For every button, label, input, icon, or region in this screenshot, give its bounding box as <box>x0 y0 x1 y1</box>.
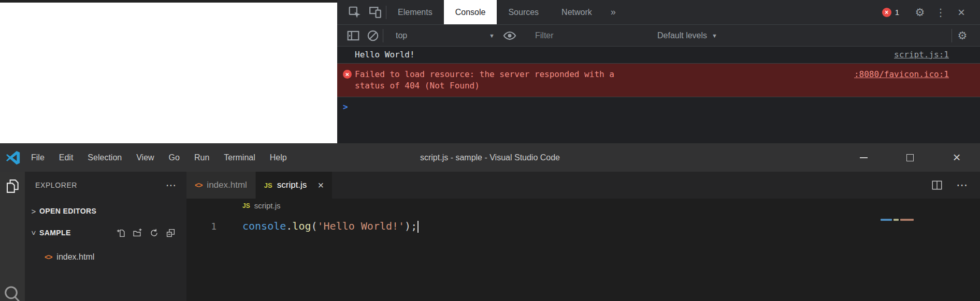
tab-network[interactable]: Network <box>550 0 603 24</box>
html-file-icon: <> <box>45 253 52 261</box>
file-item-index-html[interactable]: <> index.html <box>25 248 186 266</box>
editor-tab-index-html[interactable]: <> index.html <box>186 172 256 199</box>
console-log-row: Hello World! script.js:1 <box>337 47 980 64</box>
devtools-panel: Elements Console Sources Network » × 1 ⚙… <box>337 0 980 143</box>
editor-area: <> index.html JS script.js × ⋯ <box>186 172 980 301</box>
browser-viewport <box>0 0 337 143</box>
vscode-titlebar: File Edit Selection View Go Run Terminal… <box>0 143 980 172</box>
console-filter-input[interactable] <box>528 31 626 40</box>
minimap[interactable] <box>881 219 914 221</box>
window-close-button[interactable]: × <box>933 143 980 172</box>
console-messages: Hello World! script.js:1 × Failed to loa… <box>337 47 980 143</box>
menu-view[interactable]: View <box>129 143 161 172</box>
breadcrumb-file: script.js <box>254 201 281 210</box>
activity-bar <box>0 172 25 301</box>
html-file-icon: <> <box>195 181 202 189</box>
section-open-editors[interactable]: > OPEN EDITORS <box>25 202 186 220</box>
menu-run[interactable]: Run <box>187 143 217 172</box>
tab-close-icon[interactable]: × <box>318 179 324 191</box>
maximize-button[interactable] <box>887 143 933 172</box>
console-toolbar: top ▼ Default levels ▼ ⚙ <box>337 25 980 47</box>
console-log-text: Hello World! <box>355 49 415 61</box>
code-token: ; <box>411 220 417 232</box>
collapse-folders-icon[interactable] <box>166 229 175 237</box>
js-file-icon: JS <box>264 182 272 189</box>
file-item-label: index.html <box>56 252 94 262</box>
code-content[interactable]: console.log('Hello World!'); <box>223 220 419 233</box>
vscode-menubar: File Edit Selection View Go Run Terminal… <box>24 143 294 172</box>
menu-terminal[interactable]: Terminal <box>217 143 262 172</box>
code-token: 'Hello World!' <box>318 220 405 232</box>
menu-file[interactable]: File <box>24 143 52 172</box>
editor-more-actions-icon[interactable]: ⋯ <box>956 178 968 192</box>
tab-label: script.js <box>277 180 307 190</box>
console-error-source-link[interactable]: :8080/favicon.ico:1 <box>854 69 949 80</box>
tab-label: index.html <box>207 180 247 190</box>
console-settings-gear-icon[interactable]: ⚙ <box>952 29 973 42</box>
split-editor-icon[interactable] <box>931 179 943 191</box>
vscode-window: File Edit Selection View Go Run Terminal… <box>0 143 980 301</box>
explorer-title: EXPLORER <box>35 181 77 189</box>
code-editor[interactable]: 1 console.log('Hello World!'); <box>186 213 980 301</box>
error-count-badge[interactable]: × 1 <box>882 8 899 17</box>
explorer-sidebar: EXPLORER ⋯ > OPEN EDITORS > SAMPLE <box>25 172 186 301</box>
menu-go[interactable]: Go <box>162 143 187 172</box>
device-toolbar-icon[interactable] <box>365 0 386 24</box>
tab-sources[interactable]: Sources <box>497 0 550 24</box>
toolbar-separator <box>383 29 383 42</box>
browser-window: Elements Console Sources Network » × 1 ⚙… <box>0 0 980 143</box>
minimap-token <box>881 219 892 221</box>
menu-help[interactable]: Help <box>263 143 294 172</box>
window-title: script.js - sample - Visual Studio Code <box>420 143 560 172</box>
console-log-source-link[interactable]: script.js:1 <box>894 49 949 61</box>
js-file-icon: JS <box>242 202 250 209</box>
explorer-section-actions <box>117 229 186 237</box>
console-sidebar-icon[interactable] <box>343 29 363 42</box>
maximize-icon <box>906 154 914 161</box>
menu-edit[interactable]: Edit <box>52 143 81 172</box>
context-dropdown-arrow-icon: ▼ <box>489 33 495 39</box>
sample-folder-label: SAMPLE <box>39 229 71 237</box>
chevron-right-icon: > <box>29 207 38 216</box>
refresh-icon[interactable] <box>150 229 158 237</box>
minimap-token <box>893 219 899 221</box>
devtools-kebab-menu-icon[interactable]: ⋮ <box>930 6 951 19</box>
explorer-files-icon[interactable] <box>5 178 20 194</box>
error-circle-icon: × <box>343 70 352 79</box>
context-select-value: top <box>396 31 407 40</box>
devtools-close-icon[interactable]: × <box>951 5 972 20</box>
eye-icon[interactable] <box>500 29 520 42</box>
more-tabs-icon[interactable]: » <box>603 0 623 24</box>
new-file-icon[interactable] <box>117 229 125 237</box>
search-icon[interactable] <box>2 284 23 301</box>
error-badge-count: 1 <box>895 8 899 17</box>
editor-tab-script-js[interactable]: JS script.js × <box>256 172 333 199</box>
minimize-icon <box>860 157 868 158</box>
devtools-settings-gear-icon[interactable]: ⚙ <box>910 6 930 19</box>
inspect-element-icon[interactable] <box>344 0 365 24</box>
explorer-header: EXPLORER ⋯ <box>25 179 186 191</box>
levels-dropdown-arrow-icon: ▼ <box>712 33 717 39</box>
log-levels-select[interactable]: Default levels ▼ <box>657 31 717 40</box>
javascript-context-select[interactable]: top ▼ <box>388 31 500 40</box>
menu-selection[interactable]: Selection <box>80 143 129 172</box>
text-cursor <box>417 221 419 233</box>
code-token: console <box>242 220 286 232</box>
minimize-button[interactable] <box>840 143 887 172</box>
clear-console-icon[interactable] <box>363 29 383 42</box>
window-close-icon: × <box>953 149 960 165</box>
devtools-tabbar: Elements Console Sources Network » × 1 ⚙… <box>337 0 980 25</box>
section-sample-folder[interactable]: > SAMPLE <box>25 223 186 242</box>
tab-console[interactable]: Console <box>444 0 497 24</box>
breadcrumb[interactable]: JS script.js <box>186 199 980 213</box>
console-prompt-icon: > <box>343 102 348 112</box>
new-folder-icon[interactable] <box>133 229 142 237</box>
error-badge-icon: × <box>882 8 891 17</box>
console-prompt[interactable]: > <box>337 97 980 112</box>
vscode-logo-icon <box>5 150 21 165</box>
tab-elements[interactable]: Elements <box>386 0 444 24</box>
code-token: ( <box>311 220 317 232</box>
screen: Elements Console Sources Network » × 1 ⚙… <box>0 0 980 301</box>
window-controls: × <box>840 143 980 172</box>
explorer-more-actions-icon[interactable]: ⋯ <box>166 179 176 191</box>
